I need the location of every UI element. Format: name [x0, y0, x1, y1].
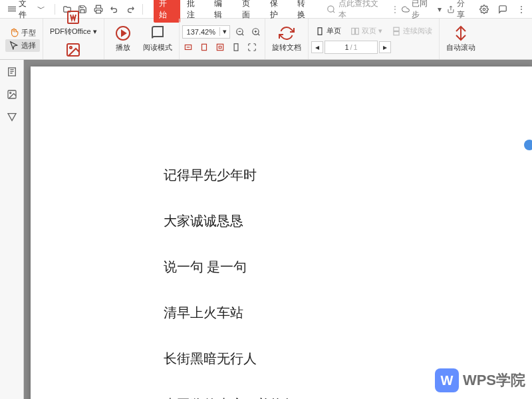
auto-scroll-button[interactable]: 自动滚动 — [442, 23, 479, 55]
zoom-dropdown-icon: ▾ — [219, 27, 229, 36]
more-icon[interactable]: ⋮ — [515, 3, 528, 16]
fit-width-icon[interactable] — [182, 41, 194, 53]
sync-button[interactable]: 已同步 ▾ — [402, 0, 442, 21]
svg-rect-10 — [201, 44, 206, 50]
cursor-tools: 手型 选择 — [3, 19, 43, 59]
image-panel-icon[interactable] — [5, 88, 19, 101]
search-button[interactable]: 点此查找文本 ⋮ — [327, 0, 399, 21]
watermark-text: WPS学院 — [463, 370, 525, 390]
double-page-label: 双页 — [362, 26, 376, 36]
text-line: 长街黑暗无行人 — [164, 350, 532, 368]
annotation-panel-icon[interactable] — [5, 110, 19, 124]
single-page-icon — [315, 27, 325, 36]
share-button[interactable]: 分享 — [447, 0, 473, 21]
svg-rect-15 — [356, 28, 359, 34]
next-page-button[interactable]: ▸ — [379, 41, 391, 53]
svg-point-5 — [70, 47, 72, 49]
zoom-out-button[interactable] — [234, 26, 246, 38]
read-mode-button[interactable]: 阅读模式 — [139, 23, 176, 55]
prev-page-button[interactable]: ◂ — [311, 41, 323, 53]
double-page-icon — [350, 27, 360, 36]
share-icon — [447, 5, 455, 13]
hand-label: 手型 — [21, 28, 36, 38]
pdf-office-label: PDF转Office ▾ — [50, 27, 97, 37]
svg-rect-14 — [352, 28, 355, 34]
svg-point-2 — [483, 8, 486, 11]
auto-scroll-label: 自动滚动 — [446, 43, 475, 53]
continuous-button[interactable]: 连续阅读 — [388, 24, 436, 38]
left-sidebar — [0, 60, 24, 399]
page-total: 1 — [354, 43, 358, 51]
rotate-button[interactable]: 旋转文档 — [268, 23, 305, 55]
text-line: 清早上火车站 — [164, 304, 532, 322]
page-view-tools: 单页 双页 ▾ 连续阅读 ◂ 1 / 1 ▸ — [309, 19, 440, 59]
double-page-button[interactable]: 双页 ▾ — [346, 24, 386, 38]
fit-page-icon[interactable] — [198, 41, 210, 53]
scroll-icon — [453, 25, 469, 41]
page-sep: / — [350, 43, 352, 51]
single-page-label: 单页 — [327, 26, 341, 36]
image-icon — [65, 42, 81, 58]
sync-label: 已同步 — [412, 0, 436, 21]
undo-icon[interactable] — [108, 3, 121, 16]
continuous-label: 连续阅读 — [403, 26, 432, 36]
zoom-tools: 137.42% ▾ — [180, 19, 265, 59]
search-icon — [327, 5, 336, 14]
svg-rect-12 — [234, 43, 238, 51]
page-current: 1 — [344, 43, 348, 51]
actual-size-icon[interactable] — [214, 41, 226, 53]
hand-icon — [9, 28, 19, 37]
play-button[interactable]: 播放 — [107, 23, 139, 55]
play-icon — [115, 25, 131, 41]
document-viewport[interactable]: 记得早先少年时 大家诚诚恳恳 说一句 是一句 清早上火车站 长街黑暗无行人 卖豆… — [24, 60, 532, 399]
svg-point-20 — [9, 92, 11, 94]
page-number-input[interactable]: 1 / 1 — [325, 41, 378, 54]
share-label: 分享 — [457, 0, 473, 21]
text-line: 大家诚诚恳恳 — [164, 212, 532, 230]
svg-rect-13 — [318, 27, 322, 35]
hamburger-icon — [8, 5, 16, 13]
convert-tools: PDF转Office ▾ PDF转图片 — [43, 19, 104, 59]
thumbnails-icon[interactable] — [5, 65, 19, 78]
more-icon: ⋮ — [391, 5, 399, 14]
rotate-label: 旋转文档 — [272, 43, 301, 53]
search-placeholder: 点此查找文本 — [338, 0, 386, 21]
svg-point-1 — [328, 5, 334, 11]
wps-logo-icon: W — [435, 368, 459, 392]
page-navigation: ◂ 1 / 1 ▸ — [311, 41, 391, 54]
view-tools: 播放 阅读模式 — [104, 19, 180, 59]
read-mode-label: 阅读模式 — [143, 43, 172, 53]
rotate-tools: 旋转文档 — [265, 19, 309, 59]
single-page-button[interactable]: 单页 — [311, 24, 345, 38]
chevron-down-icon: ﹀ — [37, 3, 45, 15]
fullscreen-icon[interactable] — [246, 41, 258, 53]
notification-icon[interactable] — [496, 3, 509, 16]
zoom-in-button[interactable] — [250, 26, 262, 38]
sync-dropdown-icon: ▾ — [438, 5, 442, 14]
continuous-icon — [392, 27, 401, 36]
rotate-icon — [279, 25, 295, 41]
redo-icon[interactable] — [124, 3, 137, 16]
book-icon — [150, 25, 166, 41]
svg-rect-11 — [217, 44, 223, 50]
assistant-bubble-icon[interactable] — [524, 140, 532, 150]
fit-height-icon[interactable] — [230, 41, 242, 53]
zoom-value: 137.42% — [183, 28, 219, 36]
select-label: 选择 — [21, 41, 36, 51]
select-tool[interactable]: 选择 — [5, 39, 40, 52]
zoom-input[interactable]: 137.42% ▾ — [182, 25, 230, 39]
text-line: 记得早先少年时 — [164, 166, 532, 184]
text-line: 卖豆浆的小店冒着热气 — [164, 396, 532, 399]
cursor-icon — [9, 41, 19, 50]
word-icon — [65, 9, 81, 25]
pdf-to-office[interactable]: PDF转Office ▾ — [46, 7, 101, 39]
file-menu-label: 文件 — [19, 0, 35, 21]
separator — [142, 4, 143, 15]
cloud-icon — [402, 5, 410, 13]
settings-icon[interactable] — [478, 3, 491, 16]
document-page: 记得早先少年时 大家诚诚恳恳 说一句 是一句 清早上火车站 长街黑暗无行人 卖豆… — [31, 66, 532, 399]
text-line: 说一句 是一句 — [164, 258, 532, 276]
scroll-tools: 自动滚动 — [440, 19, 482, 59]
hand-tool[interactable]: 手型 — [5, 27, 40, 39]
svg-rect-17 — [394, 31, 399, 35]
